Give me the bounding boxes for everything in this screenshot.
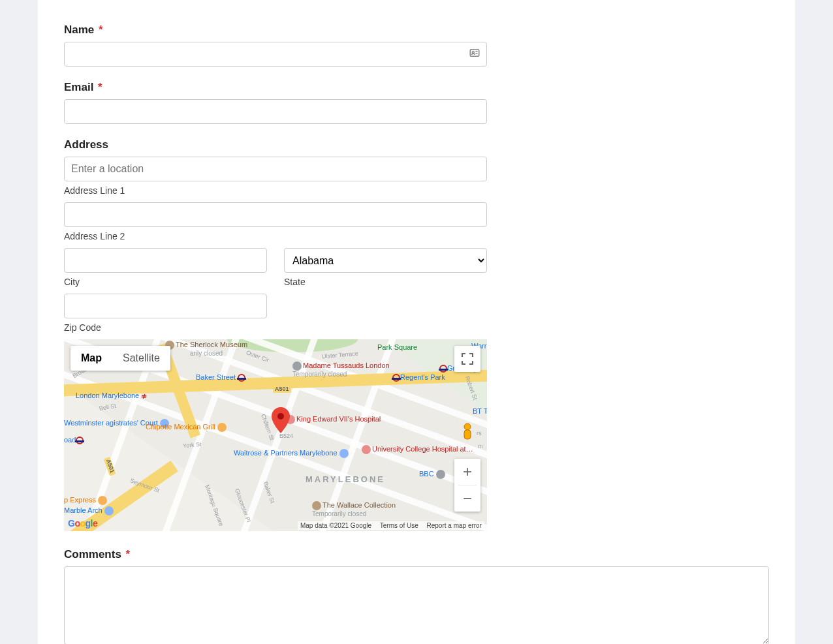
map-container[interactable]: The Sherlock Museumarily closed Outer Ci… <box>64 339 487 531</box>
email-field: Email * <box>64 81 487 124</box>
address-line2-sublabel: Address Line 2 <box>64 231 487 241</box>
map-attribution: Map data ©2021 Google Terms of Use Repor… <box>298 521 484 530</box>
poi-waitrose: Waitrose & Partners Marylebone <box>234 449 350 458</box>
contact-card-icon <box>469 47 480 61</box>
city-sublabel: City <box>64 277 267 287</box>
address-label: Address <box>64 138 487 151</box>
fullscreen-icon <box>462 353 473 365</box>
comments-textarea[interactable] <box>64 566 769 644</box>
state-select[interactable]: Alabama <box>284 248 487 273</box>
address-line2-field: Address Line 2 <box>64 202 487 241</box>
poi-sherlock: The Sherlock Museumarily closed <box>165 341 247 357</box>
comments-label-text: Comments <box>64 548 121 560</box>
required-marker: * <box>126 548 131 560</box>
tube-icon <box>76 437 84 444</box>
email-input[interactable] <box>64 99 487 124</box>
name-label-text: Name <box>64 23 94 36</box>
poi-regents: Regent's Park <box>392 373 445 382</box>
poi-marble: Marble Arch <box>64 506 115 515</box>
map-type-switch: Map Satellite <box>71 346 170 371</box>
poi-baker: Baker Street <box>196 373 245 382</box>
pegman-icon <box>454 419 480 445</box>
svg-point-5 <box>464 423 471 430</box>
address-line1-input[interactable] <box>64 157 487 181</box>
shop-icon <box>339 449 349 458</box>
name-input[interactable] <box>64 42 487 67</box>
area-marylebone: MARYLEBONE <box>306 475 385 484</box>
zip-input[interactable] <box>64 294 267 318</box>
city-input[interactable] <box>64 248 267 273</box>
map-type-map[interactable]: Map <box>71 346 112 371</box>
comments-label: Comments * <box>64 548 769 561</box>
poi-bbc: BBC <box>419 470 447 479</box>
tube-icon <box>238 374 245 382</box>
poi-bt: BT T <box>473 407 487 415</box>
poi-chipotle: Chipotle Mexican Grill <box>146 423 228 432</box>
comments-field: Comments * <box>64 548 769 644</box>
zip-field: Zip Code <box>64 294 267 333</box>
address-field: Address Address Line 1 <box>64 138 487 196</box>
poi-icon <box>104 506 114 515</box>
zoom-control: + − <box>454 459 480 512</box>
address-line1-sublabel: Address Line 1 <box>64 185 487 196</box>
poi-icon <box>436 470 445 479</box>
tube-icon <box>439 365 447 373</box>
poi-oad: oad <box>64 436 84 444</box>
address-label-text: Address <box>64 138 108 151</box>
map-terms-link[interactable]: Terms of Use <box>380 522 418 529</box>
city-state-row: City Alabama State <box>64 248 487 287</box>
poi-gr: Gr <box>439 364 455 373</box>
poi-ucl: University College Hospital at… <box>362 445 473 454</box>
map-type-satellite[interactable]: Satellite <box>112 346 170 371</box>
pegman-button[interactable] <box>454 419 480 445</box>
required-marker: * <box>99 23 103 36</box>
svg-point-1 <box>472 52 474 54</box>
map-data-text: Map data ©2021 Google <box>300 522 371 529</box>
required-marker: * <box>98 81 102 93</box>
poi-tussauds: Madame Tussauds LondonTemporarily closed <box>292 361 390 378</box>
svg-rect-0 <box>470 50 479 57</box>
zip-sublabel: Zip Code <box>64 322 267 333</box>
email-label-text: Email <box>64 81 93 93</box>
poi-wallace: The Wallace CollectionTemporarily closed <box>312 501 396 517</box>
hospital-icon <box>362 445 371 454</box>
svg-point-4 <box>277 413 284 420</box>
museum-icon <box>312 501 321 510</box>
email-label: Email * <box>64 81 487 94</box>
tube-icon <box>392 374 400 382</box>
poi-marylebone: London Marylebone ≉ <box>76 391 147 400</box>
map-pin-icon <box>272 407 290 436</box>
poi-kingedward: King Edward VII's Hospital <box>286 415 381 424</box>
rail-icon: ≉ <box>141 392 147 400</box>
poi-express: p Express <box>64 496 108 505</box>
name-label: Name * <box>64 23 487 37</box>
poi-parksq: Park Square <box>377 343 417 351</box>
restaurant-icon <box>217 423 227 432</box>
zoom-in-button[interactable]: + <box>454 459 480 485</box>
google-logo: Google <box>68 518 97 529</box>
restaurant-icon <box>98 496 107 505</box>
road-label-a501: A501 <box>273 386 291 393</box>
fullscreen-button[interactable] <box>454 346 480 372</box>
name-field: Name * <box>64 23 487 67</box>
map-report-link[interactable]: Report a map error <box>427 522 482 529</box>
state-sublabel: State <box>284 277 487 287</box>
poi-icon <box>292 361 302 371</box>
zoom-out-button[interactable]: − <box>454 485 480 512</box>
svg-rect-6 <box>464 430 471 439</box>
address-line2-input[interactable] <box>64 202 487 227</box>
